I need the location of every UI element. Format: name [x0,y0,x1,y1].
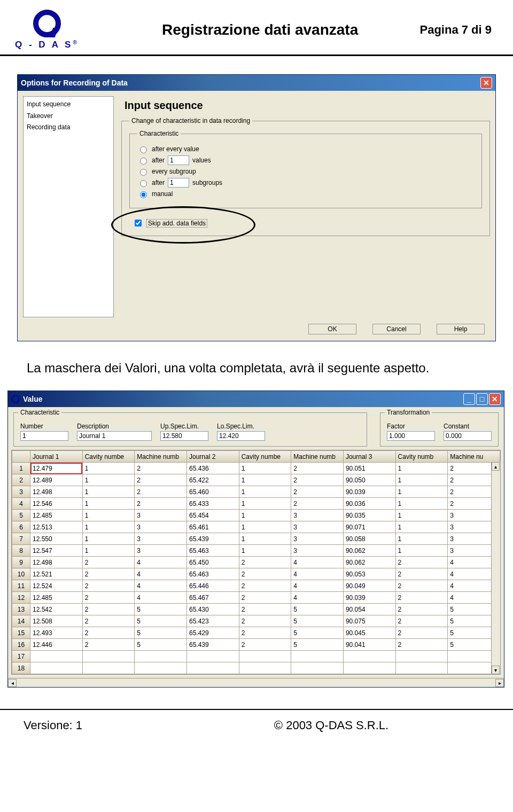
cell[interactable]: 90.050 [343,474,395,486]
row-number[interactable]: 9 [12,557,30,568]
number-input[interactable] [20,431,68,441]
row-number[interactable]: 8 [12,545,30,557]
cell[interactable]: 2 [239,639,291,651]
table-row[interactable]: 18 [12,662,500,674]
cell[interactable]: 65.439 [186,533,239,545]
cell[interactable]: 90.062 [343,545,395,557]
table-row[interactable]: 212.4891265.4221290.05012 [12,474,500,486]
table-row[interactable]: 512.4851365.4541390.03513 [12,510,500,521]
cell[interactable] [186,662,239,674]
constant-input[interactable] [444,431,492,441]
scroll-right-icon[interactable]: ▸ [495,679,504,687]
data-grid[interactable]: Journal 1Cavity numbeMachine numbJournal… [12,450,500,674]
cell[interactable]: 1 [239,545,291,557]
cell[interactable]: 2 [395,592,448,604]
cell[interactable] [82,662,135,674]
cell[interactable]: 12.493 [30,627,83,639]
cell[interactable]: 65.460 [186,486,239,498]
cell[interactable]: 4 [291,568,344,580]
cell[interactable]: 5 [135,639,187,651]
table-row[interactable]: 712.5501365.4391390.05813 [12,533,500,545]
cell[interactable]: 12.498 [30,557,83,568]
cell[interactable] [186,651,239,662]
cell[interactable] [239,651,291,662]
cell[interactable]: 1 [239,533,291,545]
cell[interactable]: 12.489 [30,474,83,486]
cell[interactable]: 3 [291,521,344,533]
cell[interactable] [395,651,448,662]
cell[interactable]: 12.498 [30,486,83,498]
column-header[interactable]: Machine nu [448,451,500,463]
row-number[interactable]: 16 [12,639,30,651]
cell[interactable]: 90.039 [343,486,395,498]
row-number[interactable]: 4 [12,498,30,510]
column-header[interactable]: Cavity numbe [82,451,135,463]
cell[interactable]: 2 [82,592,135,604]
cell[interactable]: 4 [291,580,344,592]
cell[interactable]: 1 [395,463,448,474]
cell[interactable] [343,651,395,662]
row-number[interactable]: 10 [12,568,30,580]
cell[interactable]: 2 [135,463,187,474]
table-row[interactable]: 1112.5242465.4462490.04924 [12,580,500,592]
cell[interactable]: 2 [82,557,135,568]
row-number[interactable]: 12 [12,592,30,604]
column-header[interactable]: Cavity numb [395,451,448,463]
cell[interactable]: 65.436 [186,463,239,474]
cell[interactable]: 2 [239,592,291,604]
cell[interactable]: 90.062 [343,557,395,568]
cell[interactable]: 1 [395,545,448,557]
horizontal-scrollbar[interactable]: ◂ ▸ [8,678,504,687]
cell[interactable]: 2 [239,568,291,580]
cell[interactable]: 2 [239,557,291,568]
radio-every-subgroup[interactable] [140,169,147,176]
cell[interactable]: 2 [395,557,448,568]
row-number[interactable]: 15 [12,627,30,639]
radio-every-value[interactable] [140,146,147,153]
cell[interactable]: 5 [291,639,344,651]
row-number[interactable]: 18 [12,662,30,674]
cell[interactable]: 2 [395,615,448,627]
cell[interactable]: 90.049 [343,580,395,592]
cell[interactable]: 1 [239,474,291,486]
row-number[interactable]: 1 [12,463,30,474]
column-header[interactable] [12,451,30,463]
cell[interactable]: 3 [135,510,187,521]
cell[interactable]: 90.041 [343,639,395,651]
cell[interactable]: 65.467 [186,592,239,604]
cell[interactable]: 1 [239,510,291,521]
input-values-count[interactable] [168,155,189,165]
cell[interactable]: 90.051 [343,463,395,474]
cell[interactable]: 12.479 [30,463,83,474]
cell[interactable]: 65.461 [186,521,239,533]
cell[interactable]: 1 [239,521,291,533]
cell[interactable]: 65.446 [186,580,239,592]
cell[interactable] [395,662,448,674]
cell[interactable]: 12.521 [30,568,83,580]
cancel-button[interactable]: Cancel [372,324,421,334]
cell[interactable]: 2 [291,474,344,486]
cell[interactable]: 2 [135,486,187,498]
cell[interactable]: 65.422 [186,474,239,486]
table-row[interactable]: 812.5471365.4631390.06213 [12,545,500,557]
cell[interactable]: 5 [135,627,187,639]
cell[interactable]: 12.485 [30,592,83,604]
ok-button[interactable]: OK [308,324,356,334]
table-row[interactable]: 1412.5082565.4232590.07525 [12,615,500,627]
row-number[interactable]: 14 [12,615,30,627]
table-row[interactable]: 1312.5422565.4302590.05425 [12,604,500,615]
factor-input[interactable] [387,431,435,441]
cell[interactable]: 1 [395,498,448,510]
cell[interactable]: 12.547 [30,545,83,557]
usl-input[interactable] [160,431,208,441]
table-row[interactable]: 1012.5212465.4632490.05324 [12,568,500,580]
radio-after-values[interactable] [140,158,147,165]
cell[interactable]: 2 [395,639,448,651]
cell[interactable] [135,662,187,674]
table-row[interactable]: 1512.4932565.4292590.04525 [12,627,500,639]
cell[interactable]: 65.430 [186,604,239,615]
cell[interactable]: 90.039 [343,592,395,604]
column-header[interactable]: Machine numb [135,451,187,463]
table-row[interactable]: 1612.4462565.4392590.04125 [12,639,500,651]
cell[interactable] [30,651,83,662]
